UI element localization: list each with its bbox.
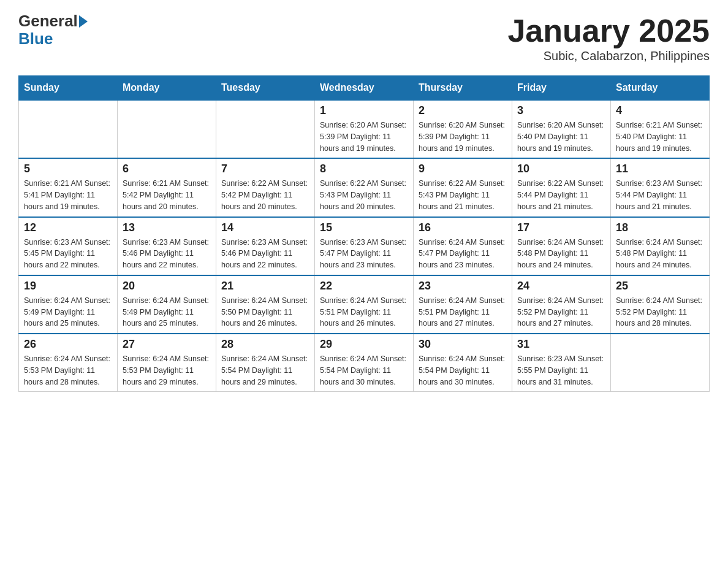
calendar-cell [19, 100, 118, 158]
calendar-cell: 6Sunrise: 6:21 AM Sunset: 5:42 PM Daylig… [118, 158, 216, 216]
calendar-cell: 18Sunrise: 6:24 AM Sunset: 5:48 PM Dayli… [611, 217, 710, 275]
calendar-cell: 20Sunrise: 6:24 AM Sunset: 5:49 PM Dayli… [118, 275, 216, 334]
day-number: 15 [320, 221, 408, 234]
day-info: Sunrise: 6:23 AM Sunset: 5:46 PM Dayligh… [221, 237, 309, 271]
day-info: Sunrise: 6:22 AM Sunset: 5:44 PM Dayligh… [517, 178, 605, 212]
calendar-cell: 8Sunrise: 6:22 AM Sunset: 5:43 PM Daylig… [315, 158, 414, 216]
day-info: Sunrise: 6:23 AM Sunset: 5:46 PM Dayligh… [123, 237, 211, 271]
calendar-cell: 29Sunrise: 6:24 AM Sunset: 5:54 PM Dayli… [315, 334, 414, 392]
day-number: 17 [517, 221, 605, 234]
day-info: Sunrise: 6:24 AM Sunset: 5:49 PM Dayligh… [123, 295, 211, 329]
day-number: 12 [24, 221, 112, 234]
day-info: Sunrise: 6:24 AM Sunset: 5:48 PM Dayligh… [616, 237, 704, 271]
day-info: Sunrise: 6:22 AM Sunset: 5:42 PM Dayligh… [221, 178, 309, 212]
day-number: 13 [123, 221, 211, 234]
calendar-cell: 31Sunrise: 6:23 AM Sunset: 5:55 PM Dayli… [512, 334, 611, 392]
header-cell-thursday: Thursday [414, 76, 512, 101]
day-info: Sunrise: 6:24 AM Sunset: 5:54 PM Dayligh… [221, 353, 309, 388]
day-info: Sunrise: 6:21 AM Sunset: 5:41 PM Dayligh… [24, 178, 112, 212]
day-number: 27 [123, 338, 211, 351]
header-cell-sunday: Sunday [19, 76, 118, 101]
logo-blue: Blue [18, 30, 88, 48]
calendar-cell: 13Sunrise: 6:23 AM Sunset: 5:46 PM Dayli… [118, 217, 216, 275]
calendar-cell: 3Sunrise: 6:20 AM Sunset: 5:40 PM Daylig… [512, 100, 611, 158]
calendar-cell: 15Sunrise: 6:23 AM Sunset: 5:47 PM Dayli… [315, 217, 414, 275]
calendar-week-3: 12Sunrise: 6:23 AM Sunset: 5:45 PM Dayli… [19, 217, 710, 275]
day-info: Sunrise: 6:21 AM Sunset: 5:40 PM Dayligh… [616, 120, 704, 154]
page-header: General Blue January 2025 Subic, Calabar… [18, 12, 710, 63]
calendar-cell: 28Sunrise: 6:24 AM Sunset: 5:54 PM Dayli… [216, 334, 315, 392]
calendar-cell: 9Sunrise: 6:22 AM Sunset: 5:43 PM Daylig… [414, 158, 512, 216]
calendar-cell: 11Sunrise: 6:23 AM Sunset: 5:44 PM Dayli… [611, 158, 710, 216]
day-number: 8 [320, 163, 408, 175]
calendar-cell [118, 100, 216, 158]
day-info: Sunrise: 6:20 AM Sunset: 5:40 PM Dayligh… [517, 120, 605, 154]
day-info: Sunrise: 6:20 AM Sunset: 5:39 PM Dayligh… [419, 120, 507, 154]
calendar-cell: 19Sunrise: 6:24 AM Sunset: 5:49 PM Dayli… [19, 275, 118, 334]
day-info: Sunrise: 6:23 AM Sunset: 5:45 PM Dayligh… [24, 237, 112, 271]
calendar-cell: 26Sunrise: 6:24 AM Sunset: 5:53 PM Dayli… [19, 334, 118, 392]
day-number: 18 [616, 221, 704, 234]
calendar-week-4: 19Sunrise: 6:24 AM Sunset: 5:49 PM Dayli… [19, 275, 710, 334]
calendar-cell: 7Sunrise: 6:22 AM Sunset: 5:42 PM Daylig… [216, 158, 315, 216]
calendar-header: SundayMondayTuesdayWednesdayThursdayFrid… [19, 76, 710, 101]
day-info: Sunrise: 6:24 AM Sunset: 5:49 PM Dayligh… [24, 295, 112, 329]
day-number: 29 [320, 338, 408, 351]
day-info: Sunrise: 6:20 AM Sunset: 5:39 PM Dayligh… [320, 120, 408, 154]
day-number: 24 [517, 280, 605, 293]
calendar-cell: 21Sunrise: 6:24 AM Sunset: 5:50 PM Dayli… [216, 275, 315, 334]
day-number: 20 [123, 280, 211, 293]
calendar-cell: 2Sunrise: 6:20 AM Sunset: 5:39 PM Daylig… [414, 100, 512, 158]
calendar-cell: 30Sunrise: 6:24 AM Sunset: 5:54 PM Dayli… [414, 334, 512, 392]
calendar-cell: 4Sunrise: 6:21 AM Sunset: 5:40 PM Daylig… [611, 100, 710, 158]
day-number: 25 [616, 280, 704, 293]
day-number: 1 [320, 104, 408, 117]
day-info: Sunrise: 6:24 AM Sunset: 5:52 PM Dayligh… [517, 295, 605, 329]
calendar-cell: 23Sunrise: 6:24 AM Sunset: 5:51 PM Dayli… [414, 275, 512, 334]
calendar-cell: 22Sunrise: 6:24 AM Sunset: 5:51 PM Dayli… [315, 275, 414, 334]
day-info: Sunrise: 6:22 AM Sunset: 5:43 PM Dayligh… [320, 178, 408, 212]
day-info: Sunrise: 6:23 AM Sunset: 5:47 PM Dayligh… [320, 237, 408, 271]
logo: General Blue [18, 12, 88, 47]
day-number: 23 [419, 280, 507, 293]
header-cell-wednesday: Wednesday [315, 76, 414, 101]
day-info: Sunrise: 6:24 AM Sunset: 5:51 PM Dayligh… [320, 295, 408, 329]
calendar-table: SundayMondayTuesdayWednesdayThursdayFrid… [18, 75, 710, 392]
day-info: Sunrise: 6:24 AM Sunset: 5:50 PM Dayligh… [221, 295, 309, 329]
day-number: 11 [616, 163, 704, 175]
calendar-cell [216, 100, 315, 158]
day-number: 9 [419, 163, 507, 175]
day-number: 28 [221, 338, 309, 351]
day-info: Sunrise: 6:23 AM Sunset: 5:55 PM Dayligh… [517, 353, 605, 388]
calendar-body: 1Sunrise: 6:20 AM Sunset: 5:39 PM Daylig… [19, 100, 710, 392]
day-info: Sunrise: 6:21 AM Sunset: 5:42 PM Dayligh… [123, 178, 211, 212]
calendar-cell: 5Sunrise: 6:21 AM Sunset: 5:41 PM Daylig… [19, 158, 118, 216]
calendar-cell: 16Sunrise: 6:24 AM Sunset: 5:47 PM Dayli… [414, 217, 512, 275]
calendar-cell: 10Sunrise: 6:22 AM Sunset: 5:44 PM Dayli… [512, 158, 611, 216]
calendar-week-1: 1Sunrise: 6:20 AM Sunset: 5:39 PM Daylig… [19, 100, 710, 158]
logo-arrow-icon [79, 15, 88, 28]
day-number: 19 [24, 280, 112, 293]
calendar-cell: 14Sunrise: 6:23 AM Sunset: 5:46 PM Dayli… [216, 217, 315, 275]
day-number: 3 [517, 104, 605, 117]
day-number: 2 [419, 104, 507, 117]
calendar-week-5: 26Sunrise: 6:24 AM Sunset: 5:53 PM Dayli… [19, 334, 710, 392]
header-cell-saturday: Saturday [611, 76, 710, 101]
calendar-cell: 17Sunrise: 6:24 AM Sunset: 5:48 PM Dayli… [512, 217, 611, 275]
day-number: 14 [221, 221, 309, 234]
day-number: 5 [24, 163, 112, 175]
day-info: Sunrise: 6:24 AM Sunset: 5:51 PM Dayligh… [419, 295, 507, 329]
page-subtitle: Subic, Calabarzon, Philippines [507, 49, 710, 63]
header-cell-friday: Friday [512, 76, 611, 101]
day-info: Sunrise: 6:24 AM Sunset: 5:47 PM Dayligh… [419, 237, 507, 271]
day-info: Sunrise: 6:24 AM Sunset: 5:52 PM Dayligh… [616, 295, 704, 329]
day-number: 22 [320, 280, 408, 293]
day-number: 10 [517, 163, 605, 175]
day-info: Sunrise: 6:22 AM Sunset: 5:43 PM Dayligh… [419, 178, 507, 212]
calendar-week-2: 5Sunrise: 6:21 AM Sunset: 5:41 PM Daylig… [19, 158, 710, 216]
day-info: Sunrise: 6:24 AM Sunset: 5:53 PM Dayligh… [123, 353, 211, 388]
title-area: January 2025 Subic, Calabarzon, Philippi… [507, 12, 710, 63]
day-number: 16 [419, 221, 507, 234]
header-row: SundayMondayTuesdayWednesdayThursdayFrid… [19, 76, 710, 101]
day-info: Sunrise: 6:23 AM Sunset: 5:44 PM Dayligh… [616, 178, 704, 212]
